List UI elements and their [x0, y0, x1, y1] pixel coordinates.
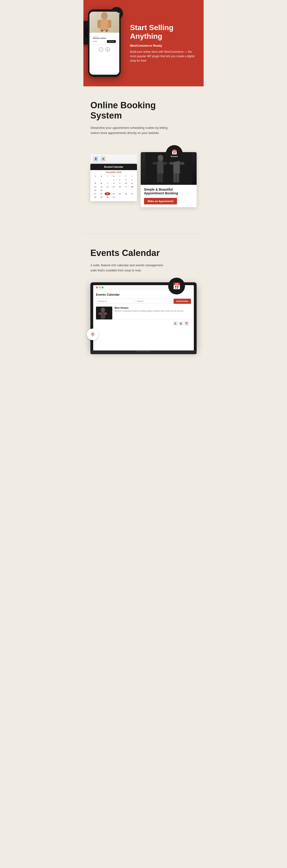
laptop-base: [91, 350, 196, 354]
svg-rect-16: [160, 173, 163, 183]
ec-bottom-icons: ☰ ⊞ 📆: [96, 319, 191, 327]
booked-badge-text: Booked: [171, 155, 178, 157]
svg-rect-34: [103, 318, 105, 319]
fighter-card-title: Simple & Beautiful Appointment Booking: [144, 188, 193, 195]
minimize-dot: [99, 286, 101, 288]
fighter-card: Simple & Beautiful Appointment Booking M…: [141, 152, 196, 207]
booking-top-bar: 👤 ⊞: [91, 154, 137, 163]
ec-find-events-button[interactable]: Find Events: [174, 299, 191, 304]
laptop-mockup: 📅 Events Calendar: [91, 282, 196, 354]
make-appointment-button[interactable]: Make an Appoinment: [144, 198, 177, 205]
ec-venue-image: [96, 307, 112, 319]
calendar-card: Booked Calendar November 2018 S M T W T …: [91, 164, 137, 201]
calendar-week-1: 1 2 3 4: [92, 178, 135, 181]
svg-rect-20: [179, 162, 184, 165]
booking-demo: 📅 Booked 👤 ⊞ Booked Calendar November 20…: [91, 145, 196, 220]
login-icon: ⊞: [101, 156, 106, 161]
calendar-week-3: 12 13 14 15 16 17 18: [92, 185, 135, 188]
ec-venue-desc: Become a sustaining member by making reg…: [115, 310, 185, 312]
product-name: Woman Jacket: [93, 37, 116, 39]
ec-events-in-field[interactable]: Events In: [96, 299, 134, 304]
calendar-icon: 📅: [172, 149, 177, 155]
calendar-month: November 2018: [91, 170, 137, 174]
calendar-week-2: 5 6 7 8 9 10 11: [92, 182, 135, 185]
booking-section: Online Booking System Streamline your ap…: [83, 86, 204, 234]
svg-point-11: [158, 155, 163, 161]
svg-rect-7: [97, 20, 101, 28]
events-section: Events Calendar A solid, feature-rich ca…: [83, 234, 204, 368]
svg-rect-13: [152, 162, 157, 165]
cart-icon: ⊕: [106, 48, 110, 52]
phone-person-image: [89, 12, 119, 33]
events-badge-icon: 📅: [173, 282, 181, 290]
svg-rect-8: [108, 20, 111, 28]
ec-search-field[interactable]: Search: [135, 299, 172, 304]
svg-rect-12: [157, 161, 164, 174]
laptop-screen: Events Calendar Events In Search Find Ev…: [93, 285, 194, 350]
booking-title: Online Booking System: [91, 100, 196, 121]
svg-rect-33: [101, 318, 103, 319]
ec-venue-title: Best Venues: [115, 307, 185, 309]
grid-view-icon[interactable]: ⊞: [178, 321, 183, 326]
phone-mockup: EVRLST Woo: [88, 9, 125, 77]
svg-point-29: [101, 308, 105, 312]
svg-rect-15: [157, 173, 160, 183]
svg-rect-6: [100, 19, 109, 30]
phone-screen: Jackets Woman Jacket $8.00 Buy Now ♡ ⊕: [89, 12, 119, 75]
calendar-view-icon[interactable]: 📆: [184, 321, 189, 326]
woo-title: Start Selling Anything: [130, 23, 196, 40]
calendar-header: Booked Calendar: [91, 164, 137, 170]
calendar-grid: S M T W T F S 1 2 3 4: [91, 174, 137, 201]
calendar-days-header: S M T W T F S: [92, 175, 135, 178]
svg-rect-30: [101, 312, 105, 318]
svg-rect-22: [176, 173, 179, 183]
phone-bottom-icons: ♡ ⊕: [89, 46, 119, 53]
svg-rect-31: [98, 313, 101, 314]
woo-section: EVRLST Woo: [83, 0, 204, 86]
ec-venue-info: Best Venues Become a sustaining member b…: [115, 307, 185, 312]
woo-text-area: Start Selling Anything WooCommerce Ready…: [130, 23, 196, 63]
svg-point-5: [101, 12, 108, 20]
events-badge: 📅: [168, 278, 185, 294]
woo-subtitle: WooCommerce Ready: [130, 44, 196, 48]
calendar-week-3b: 19 20: [92, 189, 135, 192]
ec-venue-card: Best Venues Become a sustaining member b…: [96, 307, 191, 319]
svg-rect-21: [173, 173, 176, 183]
fighter-card-body: Simple & Beautiful Appointment Booking M…: [141, 185, 196, 207]
svg-point-26: [92, 334, 94, 335]
ec-search-row: Events In Search Find Events: [96, 299, 191, 304]
calendar-week-4: 21 22 23 24 25 26 27: [92, 192, 135, 195]
list-view-icon[interactable]: ☰: [173, 321, 178, 326]
maximize-dot: [102, 286, 103, 288]
ec-content: Events Calendar Events In Search Find Ev…: [93, 290, 194, 330]
product-price: $8.00: [93, 40, 97, 42]
heart-icon: ♡: [99, 48, 103, 52]
booked-badge: 📅 Booked: [166, 145, 183, 162]
svg-rect-32: [104, 313, 107, 314]
phone-product-card: Jackets Woman Jacket $8.00 Buy Now: [92, 34, 117, 44]
svg-rect-18: [173, 161, 180, 174]
close-dot: [96, 286, 98, 288]
phone-outer: Woo Jackets Woman Jacket: [88, 9, 121, 77]
user-icon: 👤: [93, 156, 98, 161]
calendar-week-5: 28 29 30 31: [92, 196, 135, 199]
svg-rect-19: [169, 162, 174, 165]
events-description: A solid, feature-rich calendar and event…: [91, 263, 170, 273]
events-title: Events Calendar: [91, 248, 196, 258]
booking-description: Streamline your appointment scheduling r…: [91, 125, 170, 135]
woo-description: Build your online store with WooCommerce…: [130, 50, 196, 63]
buy-now-button[interactable]: Buy Now: [107, 40, 116, 43]
svg-rect-14: [163, 162, 167, 165]
